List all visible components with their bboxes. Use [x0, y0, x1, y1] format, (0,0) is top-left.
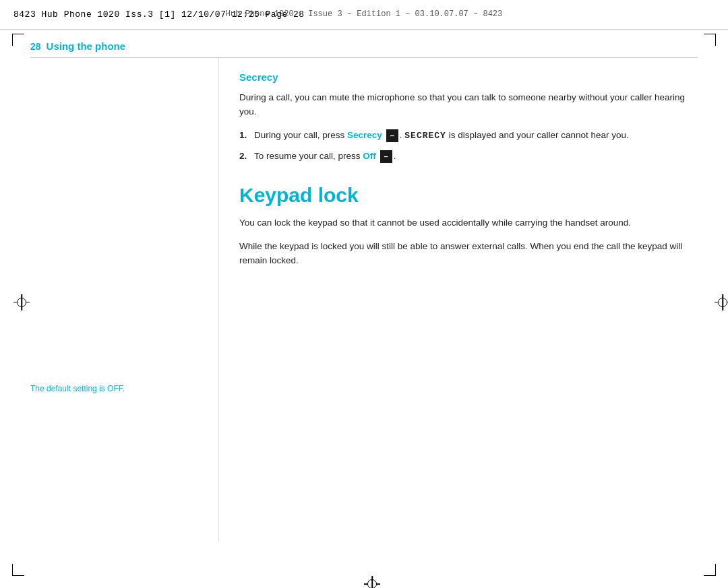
section-title: Using the phone — [47, 40, 126, 52]
secrecy-display-text: SECRECY — [404, 131, 446, 141]
corner-mark-top-right — [704, 34, 716, 46]
secrecy-keyword: Secrecy — [347, 130, 382, 140]
off-keyword: Off — [363, 151, 376, 161]
step-2: 2. To resume your call, press Off –. — [239, 150, 698, 164]
keypad-lock-section: Keypad lock You can lock the keypad so t… — [239, 184, 698, 268]
step-2-number: 2. — [239, 150, 254, 164]
keypad-lock-para2: While the keypad is locked you will stil… — [239, 240, 698, 268]
keypad-lock-title: Keypad lock — [239, 184, 698, 207]
header-bar: 8423 Hub Phone 1020 Iss.3 [1] 12/10/07 1… — [0, 0, 728, 30]
corner-mark-bottom-right — [704, 564, 716, 576]
two-column-layout: The default setting is OFF. Secrecy Duri… — [30, 58, 698, 542]
secrecy-title: Secrecy — [239, 71, 698, 83]
step-1-number: 1. — [239, 129, 254, 143]
left-column: The default setting is OFF. — [30, 58, 219, 542]
off-key-button: – — [380, 150, 392, 163]
step-1-text: During your call, press Secrecy –. SECRE… — [254, 129, 629, 143]
corner-mark-bottom-left — [12, 564, 24, 576]
step-2-text: To resume your call, press Off –. — [254, 150, 396, 164]
secrecy-intro: During a call, you can mute the micropho… — [239, 91, 698, 119]
default-setting-note: The default setting is OFF. — [30, 384, 125, 393]
secrecy-steps: 1. During your call, press Secrecy –. SE… — [239, 129, 698, 164]
page-content: 28 Using the phone The default setting i… — [30, 40, 698, 554]
secrecy-section: Secrecy During a call, you can mute the … — [239, 71, 698, 164]
page-number: 28 — [30, 41, 41, 52]
step-1: 1. During your call, press Secrecy –. SE… — [239, 129, 698, 143]
header-center-text: Hub Phone 1020 – Issue 3 – Edition 1 – 0… — [226, 9, 502, 19]
corner-mark-top-left — [12, 34, 24, 46]
keypad-lock-para1: You can lock the keypad so that it canno… — [239, 216, 698, 230]
secrecy-key-button: – — [386, 129, 398, 142]
right-column: Secrecy During a call, you can mute the … — [219, 58, 698, 542]
section-header: 28 Using the phone — [30, 40, 698, 52]
